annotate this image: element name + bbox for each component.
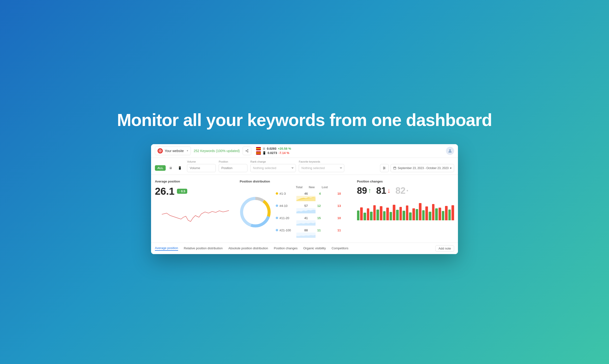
- dist-table: Total New Lost #1-3 46 4 10: [276, 186, 353, 239]
- favorite-filter-group: Favorite keywords Nothing selected: [299, 160, 344, 172]
- bar-item: [406, 206, 409, 220]
- dot-21-100: [276, 229, 278, 231]
- bar-item: [448, 209, 451, 220]
- change-down: 81 ↓: [376, 186, 391, 196]
- bar-item: [386, 208, 389, 220]
- all-tab[interactable]: ALL: [155, 165, 166, 171]
- position-input[interactable]: [219, 164, 248, 172]
- svg-point-1: [248, 149, 249, 150]
- flag-row-1: 🖥 0.0293 +20.58 %: [256, 147, 291, 150]
- device-filter-group: ALL 🖥 📱: [155, 164, 184, 172]
- tab-relative-dist[interactable]: Relative position distribution: [184, 247, 223, 250]
- dist-header: Total New Lost: [276, 186, 353, 190]
- bar-item: [376, 209, 379, 220]
- position-changes-panel: Position changes 89 ↑ 81 ↓ 82 •: [357, 180, 454, 239]
- change-up: 89 ↑: [357, 186, 371, 196]
- flag-row-2: 📱 0.0273 -7.14 %: [256, 151, 291, 155]
- tab-organic-visibility[interactable]: Organic visibility: [303, 247, 326, 250]
- volume-filter-group: Volume: [187, 160, 216, 172]
- bottom-tabs: Average position Relative position distr…: [151, 243, 458, 254]
- volume-label: Volume: [187, 160, 216, 163]
- desktop-tab[interactable]: 🖥: [167, 165, 175, 171]
- bar-item: [383, 211, 386, 220]
- flag-spain-icon: [256, 147, 261, 150]
- avg-position-panel: Average position 26.1 0.5: [155, 180, 236, 239]
- hero-title: Monitor all your keywords from one dashb…: [117, 110, 492, 130]
- bar-item: [396, 210, 399, 220]
- bar-chart: [357, 199, 454, 220]
- site-name: Your website: [165, 149, 184, 153]
- up-arrow-icon: ↑: [368, 187, 371, 195]
- bar-item: [419, 203, 421, 220]
- bar-item: [422, 210, 425, 220]
- tab-absolute-dist[interactable]: Absolute position distribution: [228, 247, 268, 250]
- avg-position-sparkline: [155, 200, 236, 224]
- desktop-icon: 🖥: [262, 147, 265, 150]
- mobile-tab[interactable]: 📱: [176, 165, 184, 171]
- svg-point-2: [246, 150, 247, 151]
- svg-point-20: [245, 202, 266, 222]
- bar-item: [425, 207, 428, 220]
- filter-actions: September 23, 2023 - October 23, 2023 ▾: [380, 164, 454, 172]
- down-arrow-icon: ↓: [387, 187, 391, 195]
- avg-position-change: 0.5: [177, 189, 187, 194]
- rank-change-label: Rank change: [250, 160, 296, 163]
- flag-spain-2-icon: [256, 151, 261, 155]
- main-content: Average position 26.1 0.5 Position distr…: [151, 175, 458, 243]
- bar-item: [370, 212, 373, 220]
- rank-change-filter-group: Rank change Nothing selected: [250, 160, 296, 172]
- date-picker-button[interactable]: September 23, 2023 - October 23, 2023 ▾: [391, 164, 454, 172]
- avg-position-value-row: 26.1 0.5: [155, 186, 236, 197]
- tab-position-changes[interactable]: Position changes: [274, 247, 298, 250]
- bar-item: [442, 211, 444, 220]
- svg-point-11: [384, 169, 384, 169]
- bar-item: [373, 205, 376, 220]
- position-label: Position: [219, 160, 248, 163]
- position-filter-group: Position: [219, 160, 248, 172]
- mini-spark-4-10: [296, 208, 316, 213]
- svg-line-5: [247, 150, 248, 150]
- dist-row-21-100: #21-100 88 11 11: [276, 228, 353, 232]
- position-dist-panel: Position distribution: [240, 180, 353, 239]
- bar-item: [402, 211, 405, 220]
- bar-item: [416, 209, 418, 220]
- user-avatar[interactable]: [446, 147, 454, 155]
- bar-item: [357, 210, 360, 220]
- bar-item: [367, 208, 370, 220]
- dist-row-4-10: #4-10 57 12 13: [276, 204, 353, 208]
- date-picker-chevron: ▾: [450, 167, 452, 170]
- volume-input[interactable]: [187, 164, 216, 172]
- keywords-badge: 252 Keywords (100% updated): [194, 149, 240, 153]
- favorite-select[interactable]: Nothing selected: [299, 164, 344, 172]
- change-neutral: 82 •: [395, 186, 408, 196]
- add-note-button[interactable]: Add note: [435, 245, 454, 252]
- tab-avg-position[interactable]: Average position: [155, 246, 178, 251]
- bar-item: [435, 208, 438, 220]
- avg-position-number: 26.1: [155, 186, 175, 197]
- chevron-down-icon: ▾: [187, 149, 188, 152]
- rank-change-select[interactable]: Nothing selected: [250, 164, 296, 172]
- dist-row-11-20: #11-20 41 15 10: [276, 216, 353, 220]
- svg-line-4: [247, 151, 248, 151]
- bar-item: [360, 207, 363, 220]
- bar-item: [409, 212, 412, 220]
- filter-icon-button[interactable]: [380, 164, 389, 172]
- top-bar: Your website ▾ 252 Keywords (100% update…: [151, 144, 458, 158]
- mobile-icon: 📱: [262, 151, 266, 155]
- svg-point-9: [384, 167, 384, 168]
- flag-stats: 🖥 0.0293 +20.58 % 📱 0.0273 -7.14 %: [256, 147, 291, 155]
- tab-competitors[interactable]: Competitors: [332, 247, 348, 250]
- bar-item: [380, 206, 382, 220]
- mini-spark-11-20: [296, 220, 316, 226]
- favorite-label: Favorite keywords: [299, 160, 344, 163]
- changes-nums: 89 ↑ 81 ↓ 82 •: [357, 186, 454, 196]
- avg-position-title: Average position: [155, 180, 236, 183]
- bar-item: [400, 207, 402, 220]
- bar-item: [445, 206, 448, 220]
- share-button[interactable]: [243, 147, 251, 155]
- dot-11-20: [276, 217, 278, 219]
- date-range-text: September 23, 2023 - October 23, 2023: [398, 167, 449, 170]
- dist-row-1-3: #1-3 46 4 10: [276, 192, 353, 195]
- site-selector[interactable]: Your website ▾: [155, 147, 191, 155]
- filter-bar: ALL 🖥 📱 Volume Position Rank change Noth…: [151, 158, 458, 175]
